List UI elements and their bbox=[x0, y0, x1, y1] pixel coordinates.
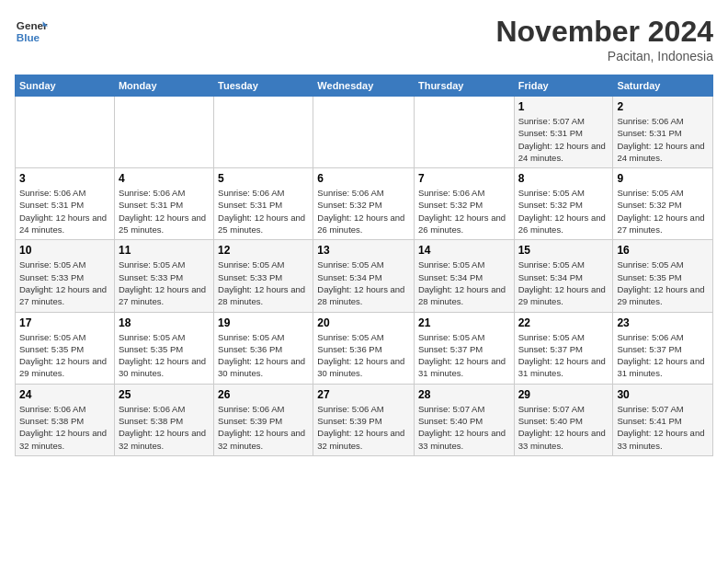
calendar-cell: 1Sunrise: 5:07 AM Sunset: 5:31 PM Daylig… bbox=[514, 97, 613, 168]
calendar-cell: 27Sunrise: 5:06 AM Sunset: 5:39 PM Dayli… bbox=[313, 384, 415, 455]
calendar-cell: 17Sunrise: 5:05 AM Sunset: 5:35 PM Dayli… bbox=[16, 312, 115, 384]
day-number: 29 bbox=[518, 388, 609, 401]
day-info: Sunrise: 5:05 AM Sunset: 5:36 PM Dayligh… bbox=[317, 331, 410, 380]
day-info: Sunrise: 5:06 AM Sunset: 5:31 PM Dayligh… bbox=[119, 187, 210, 236]
calendar-week-1: 1Sunrise: 5:07 AM Sunset: 5:31 PM Daylig… bbox=[16, 97, 713, 168]
calendar-cell: 15Sunrise: 5:05 AM Sunset: 5:34 PM Dayli… bbox=[514, 240, 613, 312]
day-info: Sunrise: 5:05 AM Sunset: 5:34 PM Dayligh… bbox=[317, 259, 410, 307]
day-number: 24 bbox=[19, 388, 110, 401]
calendar-cell: 4Sunrise: 5:06 AM Sunset: 5:31 PM Daylig… bbox=[114, 168, 213, 240]
calendar-cell: 8Sunrise: 5:05 AM Sunset: 5:32 PM Daylig… bbox=[514, 168, 613, 240]
day-info: Sunrise: 5:06 AM Sunset: 5:31 PM Dayligh… bbox=[19, 187, 110, 236]
calendar-cell: 22Sunrise: 5:05 AM Sunset: 5:37 PM Dayli… bbox=[514, 312, 613, 384]
day-number: 5 bbox=[218, 172, 309, 185]
day-number: 9 bbox=[617, 172, 709, 185]
day-number: 14 bbox=[418, 244, 510, 257]
day-info: Sunrise: 5:05 AM Sunset: 5:33 PM Dayligh… bbox=[19, 259, 110, 307]
day-info: Sunrise: 5:06 AM Sunset: 5:37 PM Dayligh… bbox=[617, 331, 709, 380]
calendar-cell: 26Sunrise: 5:06 AM Sunset: 5:39 PM Dayli… bbox=[214, 384, 313, 455]
calendar-header: SundayMondayTuesdayWednesdayThursdayFrid… bbox=[16, 75, 713, 97]
day-info: Sunrise: 5:05 AM Sunset: 5:35 PM Dayligh… bbox=[119, 331, 210, 380]
day-info: Sunrise: 5:06 AM Sunset: 5:32 PM Dayligh… bbox=[317, 187, 410, 236]
weekday-header-thursday: Thursday bbox=[414, 75, 514, 97]
page-header: General Blue November 2024 Pacitan, Indo… bbox=[15, 15, 713, 63]
calendar-cell: 30Sunrise: 5:07 AM Sunset: 5:41 PM Dayli… bbox=[613, 384, 713, 455]
day-info: Sunrise: 5:06 AM Sunset: 5:38 PM Dayligh… bbox=[119, 403, 210, 452]
calendar-body: 1Sunrise: 5:07 AM Sunset: 5:31 PM Daylig… bbox=[16, 97, 713, 456]
weekday-header-saturday: Saturday bbox=[613, 75, 713, 97]
calendar-cell bbox=[414, 97, 514, 168]
day-info: Sunrise: 5:06 AM Sunset: 5:38 PM Dayligh… bbox=[19, 403, 110, 452]
day-number: 27 bbox=[317, 388, 410, 401]
day-info: Sunrise: 5:05 AM Sunset: 5:37 PM Dayligh… bbox=[518, 331, 609, 380]
day-number: 22 bbox=[518, 316, 609, 329]
calendar-cell: 10Sunrise: 5:05 AM Sunset: 5:33 PM Dayli… bbox=[16, 240, 115, 312]
day-number: 28 bbox=[418, 388, 510, 401]
calendar-cell: 18Sunrise: 5:05 AM Sunset: 5:35 PM Dayli… bbox=[114, 312, 213, 384]
weekday-header-wednesday: Wednesday bbox=[313, 75, 415, 97]
day-number: 17 bbox=[19, 316, 110, 329]
title-block: November 2024 Pacitan, Indonesia bbox=[495, 15, 713, 63]
day-number: 25 bbox=[119, 388, 210, 401]
day-info: Sunrise: 5:05 AM Sunset: 5:33 PM Dayligh… bbox=[119, 259, 210, 307]
day-number: 2 bbox=[617, 100, 709, 113]
day-info: Sunrise: 5:05 AM Sunset: 5:34 PM Dayligh… bbox=[418, 259, 510, 307]
calendar-cell: 6Sunrise: 5:06 AM Sunset: 5:32 PM Daylig… bbox=[313, 168, 415, 240]
day-number: 7 bbox=[418, 172, 510, 185]
calendar-cell: 24Sunrise: 5:06 AM Sunset: 5:38 PM Dayli… bbox=[16, 384, 115, 455]
calendar-cell: 13Sunrise: 5:05 AM Sunset: 5:34 PM Dayli… bbox=[313, 240, 415, 312]
calendar-cell: 25Sunrise: 5:06 AM Sunset: 5:38 PM Dayli… bbox=[114, 384, 213, 455]
day-number: 18 bbox=[119, 316, 210, 329]
day-info: Sunrise: 5:07 AM Sunset: 5:40 PM Dayligh… bbox=[418, 403, 510, 452]
calendar-cell: 28Sunrise: 5:07 AM Sunset: 5:40 PM Dayli… bbox=[414, 384, 514, 455]
day-info: Sunrise: 5:05 AM Sunset: 5:32 PM Dayligh… bbox=[518, 187, 609, 236]
day-number: 4 bbox=[119, 172, 210, 185]
day-number: 15 bbox=[518, 244, 609, 257]
calendar-table: SundayMondayTuesdayWednesdayThursdayFrid… bbox=[15, 75, 713, 456]
day-info: Sunrise: 5:05 AM Sunset: 5:37 PM Dayligh… bbox=[418, 331, 510, 380]
calendar-cell: 19Sunrise: 5:05 AM Sunset: 5:36 PM Dayli… bbox=[214, 312, 313, 384]
logo-icon: General Blue bbox=[15, 15, 48, 48]
day-info: Sunrise: 5:07 AM Sunset: 5:31 PM Dayligh… bbox=[518, 115, 609, 164]
day-info: Sunrise: 5:07 AM Sunset: 5:41 PM Dayligh… bbox=[617, 403, 709, 452]
calendar-cell: 11Sunrise: 5:05 AM Sunset: 5:33 PM Dayli… bbox=[114, 240, 213, 312]
day-number: 12 bbox=[218, 244, 309, 257]
calendar-cell bbox=[16, 97, 115, 168]
calendar-week-5: 24Sunrise: 5:06 AM Sunset: 5:38 PM Dayli… bbox=[16, 384, 713, 455]
day-info: Sunrise: 5:06 AM Sunset: 5:39 PM Dayligh… bbox=[218, 403, 309, 452]
day-info: Sunrise: 5:05 AM Sunset: 5:32 PM Dayligh… bbox=[617, 187, 709, 236]
month-title: November 2024 bbox=[495, 15, 713, 49]
day-number: 23 bbox=[617, 316, 709, 329]
day-number: 30 bbox=[617, 388, 709, 401]
calendar-cell: 2Sunrise: 5:06 AM Sunset: 5:31 PM Daylig… bbox=[613, 97, 713, 168]
calendar-week-2: 3Sunrise: 5:06 AM Sunset: 5:31 PM Daylig… bbox=[16, 168, 713, 240]
day-number: 20 bbox=[317, 316, 410, 329]
calendar-cell: 29Sunrise: 5:07 AM Sunset: 5:40 PM Dayli… bbox=[514, 384, 613, 455]
calendar-cell: 12Sunrise: 5:05 AM Sunset: 5:33 PM Dayli… bbox=[214, 240, 313, 312]
calendar-cell: 14Sunrise: 5:05 AM Sunset: 5:34 PM Dayli… bbox=[414, 240, 514, 312]
day-number: 21 bbox=[418, 316, 510, 329]
calendar-cell bbox=[313, 97, 415, 168]
day-number: 1 bbox=[518, 100, 609, 113]
day-info: Sunrise: 5:05 AM Sunset: 5:34 PM Dayligh… bbox=[518, 259, 609, 307]
day-info: Sunrise: 5:06 AM Sunset: 5:31 PM Dayligh… bbox=[218, 187, 309, 236]
calendar-cell: 21Sunrise: 5:05 AM Sunset: 5:37 PM Dayli… bbox=[414, 312, 514, 384]
weekday-header-friday: Friday bbox=[514, 75, 613, 97]
day-info: Sunrise: 5:05 AM Sunset: 5:33 PM Dayligh… bbox=[218, 259, 309, 307]
weekday-header-tuesday: Tuesday bbox=[214, 75, 313, 97]
day-info: Sunrise: 5:05 AM Sunset: 5:35 PM Dayligh… bbox=[19, 331, 110, 380]
day-number: 11 bbox=[119, 244, 210, 257]
svg-text:Blue: Blue bbox=[17, 31, 40, 43]
day-number: 10 bbox=[19, 244, 110, 257]
weekday-header-sunday: Sunday bbox=[16, 75, 115, 97]
day-info: Sunrise: 5:05 AM Sunset: 5:36 PM Dayligh… bbox=[218, 331, 309, 380]
day-info: Sunrise: 5:05 AM Sunset: 5:35 PM Dayligh… bbox=[617, 259, 709, 307]
day-number: 13 bbox=[317, 244, 410, 257]
calendar-cell: 23Sunrise: 5:06 AM Sunset: 5:37 PM Dayli… bbox=[613, 312, 713, 384]
day-number: 8 bbox=[518, 172, 609, 185]
weekday-header-monday: Monday bbox=[114, 75, 213, 97]
day-number: 6 bbox=[317, 172, 410, 185]
day-number: 16 bbox=[617, 244, 709, 257]
day-info: Sunrise: 5:06 AM Sunset: 5:32 PM Dayligh… bbox=[418, 187, 510, 236]
day-number: 26 bbox=[218, 388, 309, 401]
